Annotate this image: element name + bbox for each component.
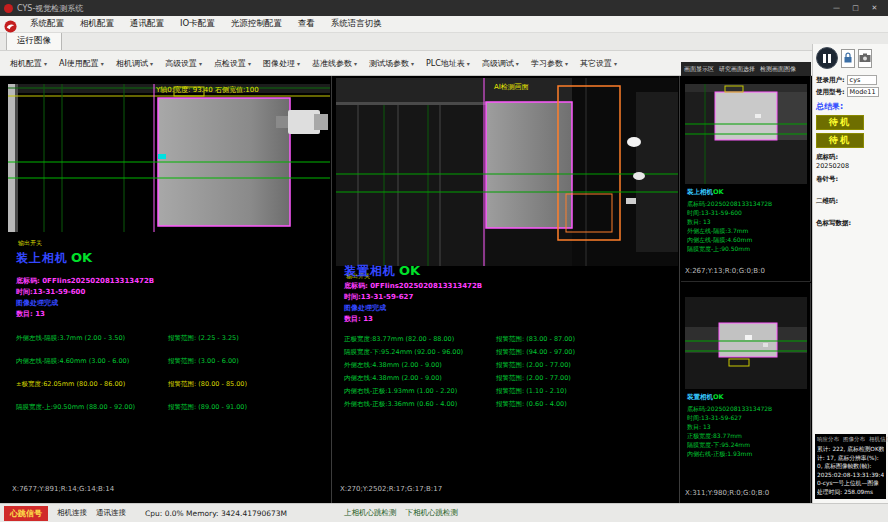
- measurement-alarm-range: 报警范围: (1.10 - 2.10): [496, 387, 675, 400]
- view-header-label[interactable]: 研究画面选择: [719, 65, 755, 74]
- right-camera-picture: [336, 78, 678, 266]
- measurement-value: 隔膜宽度-上:90.50mm (88.00 - 92.00): [16, 403, 168, 426]
- small-measure-line: 数目: 13: [687, 422, 808, 431]
- app-window: CYS-视觉检测系统 — □ ✕ 系统配置 相机配置 通讯配置 IO卡配置 光源…: [0, 0, 888, 522]
- chevron-down-icon: ▾: [199, 60, 202, 67]
- menu-item[interactable]: 系统配置: [22, 18, 72, 30]
- right-sidebar: 登录用户: cys 使用型号: Mode11 总结果: 待机 待机 底标码: 2…: [812, 44, 888, 503]
- toolbar-item[interactable]: 点检设置▾: [208, 58, 257, 69]
- measurement-row: ±极宽度:62.05mm (80.00 - 86.00) 报警范围: (80.0…: [16, 380, 327, 403]
- toolbar-item[interactable]: 测试场参数▾: [363, 58, 420, 69]
- toolbar-item[interactable]: 基准线参数▾: [306, 58, 363, 69]
- capture-button[interactable]: [858, 49, 872, 68]
- small-top-coords: X:267;Y:13;R:0;G:0;B:0: [685, 267, 765, 275]
- result-box-top: 待机: [816, 115, 864, 130]
- small-top-image[interactable]: [685, 84, 807, 184]
- measurement-value: 外侧左线-隔膜:3.7mm (2.00 - 3.50): [16, 334, 168, 357]
- statistics-panel: 响应分布 图像分布 相机信息 累计: 222, 底标检测OK数: 计: 17, …: [815, 434, 886, 499]
- statistics-tabs: 响应分布 图像分布 相机信息: [817, 436, 884, 443]
- left-camera-image[interactable]: Y轴0:宽度: 93.40 右侧宽值:100: [8, 84, 330, 232]
- pause-button[interactable]: [816, 47, 838, 69]
- measurement-alarm-range: 报警范围: (3.00 - 6.00): [168, 357, 327, 380]
- maximize-button[interactable]: □: [846, 2, 865, 15]
- toolbar-item[interactable]: 图像处理▾: [257, 58, 306, 69]
- stats-tab[interactable]: 图像分布: [843, 436, 865, 443]
- login-user-row: 登录用户: cys: [816, 75, 885, 85]
- right-barcode: 底标码: 0FFIins2025020813313472B: [344, 281, 482, 291]
- toolbar-item[interactable]: 相机调试▾: [110, 58, 159, 69]
- measurement-alarm-range: 报警范围: (94.00 - 97.00): [496, 348, 675, 361]
- measurement-alarm-range: 报警范围: (89.00 - 91.00): [168, 403, 327, 426]
- measurement-row: 外侧左线-隔膜:3.7mm (2.00 - 3.50) 报警范围: (2.25 …: [16, 334, 327, 357]
- run-controls: [816, 47, 885, 69]
- sidebar-field-label: 二维码:: [816, 197, 885, 206]
- chevron-down-icon: ▾: [297, 60, 300, 67]
- toolbar-item[interactable]: 相机配置▾: [4, 58, 53, 69]
- menu-item[interactable]: 相机配置: [72, 18, 122, 30]
- small-measure-line: 底标码:2025020813313472B: [687, 404, 808, 413]
- stats-tab[interactable]: 响应分布: [817, 436, 839, 443]
- stats-line: 0-cys一号上位机—图像: [817, 479, 884, 488]
- tab-run-image[interactable]: 运行图像: [6, 32, 62, 50]
- small-measure-line: 底标码:2025020813313472B: [687, 199, 808, 208]
- result-box-bottom: 待机: [816, 133, 864, 148]
- small-bottom-image[interactable]: [685, 297, 807, 389]
- toolbar-item[interactable]: 其它设置▾: [574, 58, 623, 69]
- measurement-row: 内侧左线:4.38mm (2.00 - 9.00) 报警范围: (2.00 - …: [344, 374, 675, 387]
- menu-item[interactable]: 系统语言切换: [323, 18, 390, 30]
- small-measure-line: 正极宽度:83.77mm: [687, 431, 808, 440]
- toolbar-item[interactable]: PLC地址表▾: [420, 58, 476, 69]
- measurement-alarm-range: 报警范围: (0.60 - 4.00): [496, 400, 675, 413]
- left-overlay-label: Y轴0:宽度: 93.40 右侧宽值:100: [156, 85, 259, 95]
- small-measure-line: 数目: 13: [687, 217, 808, 226]
- comm-link-status: 通讯连接: [96, 508, 126, 518]
- chevron-down-icon: ▾: [150, 60, 153, 67]
- small-measure-line: 隔膜宽度-下:95.24mm: [687, 440, 808, 449]
- left-process-done: 图像处理完成: [16, 298, 58, 308]
- menu-item[interactable]: IO卡配置: [172, 18, 223, 30]
- minimize-button[interactable]: —: [827, 2, 846, 15]
- right-status-ok: OK: [399, 263, 420, 278]
- menu-item[interactable]: 查看: [290, 18, 323, 30]
- left-status-name: 装上相机: [16, 251, 68, 265]
- chevron-down-icon: ▾: [467, 60, 470, 67]
- left-count: 数目: 13: [16, 309, 45, 319]
- small-measure-line: 时间:13-31-59-627: [687, 413, 808, 422]
- close-button[interactable]: ✕: [865, 2, 884, 15]
- toolbar-item[interactable]: AI使用配置▾: [53, 58, 110, 69]
- model-value: Mode11: [847, 87, 879, 97]
- toolbar-item[interactable]: 学习参数▾: [525, 58, 574, 69]
- right-process-done: 图像处理完成: [344, 303, 386, 313]
- sidebar-field-value: [816, 206, 885, 214]
- stats-tab[interactable]: 相机信息: [869, 436, 888, 443]
- lock-icon: [843, 52, 853, 64]
- chevron-down-icon: ▾: [614, 60, 617, 67]
- chevron-down-icon: ▾: [565, 60, 568, 67]
- menu-item[interactable]: 光源控制配置: [223, 18, 290, 30]
- sidebar-field-value: 20250208: [816, 162, 885, 170]
- right-camera-image[interactable]: AI检测画面: [336, 78, 678, 266]
- measurement-row: 外侧右线-正极:3.36mm (0.60 - 4.00) 报警范围: (0.60…: [344, 400, 675, 413]
- app-logo: [4, 18, 17, 31]
- small-measure-line: 隔膜宽度-上:90.50mm: [687, 244, 808, 253]
- view-header-label[interactable]: 检测画面图像: [760, 65, 796, 74]
- stats-line: 累计: 222, 底标检测OK数:: [817, 445, 884, 454]
- measurement-value: ±极宽度:62.05mm (80.00 - 86.00): [16, 380, 168, 403]
- right-measurements: 正极宽度:83.77mm (82.00 - 88.00) 报警范围: (83.0…: [344, 335, 675, 413]
- measurement-value: 内侧左线:4.38mm (2.00 - 9.00): [344, 374, 496, 387]
- small-measure-line: 外侧左线-隔膜:3.7mm: [687, 226, 808, 235]
- right-overlay-label: AI检测画面: [494, 82, 529, 92]
- toolbar-item[interactable]: 高级设置▾: [159, 58, 208, 69]
- view-header-label[interactable]: 画面显示区: [684, 65, 714, 74]
- menu-item[interactable]: 通讯配置: [122, 18, 172, 30]
- sidebar-field-label: 色标写数据:: [816, 219, 885, 228]
- measurement-value: 外侧右线-正极:3.36mm (0.60 - 4.00): [344, 400, 496, 413]
- left-status-ok: OK: [71, 250, 92, 265]
- toolbar-item[interactable]: 高级调试▾: [476, 58, 525, 69]
- sidebar-field: 二维码:: [816, 197, 885, 214]
- left-measurements: 外侧左线-隔膜:3.7mm (2.00 - 3.50) 报警范围: (2.25 …: [16, 334, 327, 426]
- titlebar: CYS-视觉检测系统 — □ ✕: [0, 0, 888, 16]
- right-camera-panel: AI检测画面 输出开关 装置相机OK 底标码: 0FFIins202502081…: [334, 76, 680, 503]
- lock-button[interactable]: [841, 49, 855, 68]
- measurement-value: 正极宽度:83.77mm (82.00 - 88.00): [344, 335, 496, 348]
